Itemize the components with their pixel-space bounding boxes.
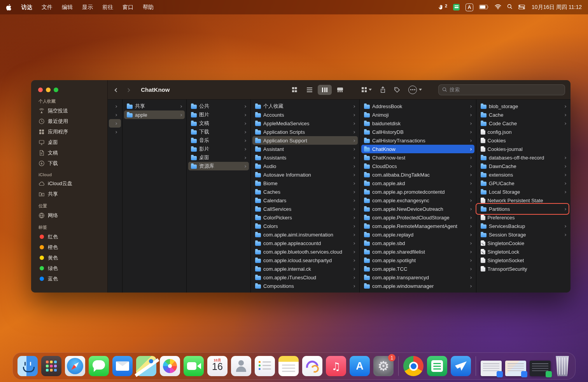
- freeform-icon[interactable]: [302, 356, 322, 376]
- file-row[interactable]: 公共: [188, 102, 249, 110]
- wifi-icon[interactable]: [495, 4, 501, 11]
- file-row[interactable]: CallHistoryTransactions: [361, 136, 474, 145]
- sidebar-item-icloud-drive[interactable]: iCloud云盘: [35, 178, 104, 189]
- file-row[interactable]: baidunetdisk: [361, 119, 474, 128]
- file-row[interactable]: SingletonLock: [478, 247, 569, 256]
- notes-icon[interactable]: [278, 356, 299, 376]
- file-row[interactable]: com.apple.ap.promotedcontentd: [361, 187, 474, 196]
- close-button[interactable]: [38, 88, 43, 92]
- maps-icon[interactable]: [136, 356, 156, 376]
- minimize-button[interactable]: [46, 88, 51, 92]
- file-row[interactable]: [109, 102, 121, 110]
- apple-logo-icon[interactable]: [6, 4, 11, 11]
- file-row[interactable]: SingletonCookie: [478, 239, 569, 247]
- file-row[interactable]: com.apple.icloud.searchpartyd: [252, 256, 358, 265]
- file-row[interactable]: blob_storage: [478, 102, 569, 110]
- sidebar-item-desktop[interactable]: 桌面: [35, 137, 104, 147]
- more-options-button[interactable]: [408, 86, 422, 94]
- file-row[interactable]: Assistant: [252, 145, 358, 153]
- menu-bar-clock[interactable]: 10月16日 周四 11:12: [532, 4, 582, 11]
- file-row[interactable]: Animoji: [361, 110, 474, 119]
- zoom-button[interactable]: [54, 88, 58, 92]
- file-row[interactable]: com.apple.akd: [361, 179, 474, 187]
- menu-item-view[interactable]: 显示: [82, 4, 93, 11]
- file-row[interactable]: Cache: [478, 110, 569, 119]
- share-button[interactable]: [380, 86, 386, 93]
- file-row[interactable]: com.apple.TCC: [361, 265, 474, 273]
- file-row[interactable]: com.apple.internal.ck: [252, 265, 358, 273]
- file-row[interactable]: TransportSecurity: [478, 265, 569, 273]
- file-row[interactable]: 资源库: [188, 162, 249, 170]
- battery-icon[interactable]: [479, 4, 489, 11]
- sidebar-item-network[interactable]: 网络: [35, 210, 104, 221]
- green-docs-app-icon[interactable]: [427, 356, 447, 376]
- file-row[interactable]: Calendars: [252, 196, 358, 205]
- file-row[interactable]: ChatKnow-test: [361, 153, 474, 162]
- file-row[interactable]: com.apple.sharedfilelist: [361, 247, 474, 256]
- file-row[interactable]: Cookies-journal: [478, 145, 569, 153]
- file-row[interactable]: Autosave Information: [252, 170, 358, 179]
- file-row[interactable]: apple: [124, 110, 185, 119]
- system-settings-icon[interactable]: 1: [373, 356, 394, 376]
- file-row[interactable]: ColorPickers: [252, 213, 358, 222]
- file-row[interactable]: Preferences: [478, 213, 569, 222]
- forward-button[interactable]: [127, 85, 131, 95]
- file-row[interactable]: Application Scripts: [252, 128, 358, 136]
- file-row[interactable]: extensions: [478, 170, 569, 179]
- file-row[interactable]: [109, 119, 121, 128]
- sidebar-item-airdrop[interactable]: 隔空投送: [35, 105, 104, 116]
- file-row[interactable]: com.apple.transparencyd: [361, 273, 474, 282]
- file-row[interactable]: Colors: [252, 222, 358, 230]
- file-row[interactable]: ServicesBackup: [478, 222, 569, 230]
- control-center-icon[interactable]: [518, 4, 525, 11]
- sidebar-item-tag-orange[interactable]: 橙色: [35, 242, 104, 252]
- input-method-indicator[interactable]: A: [466, 4, 473, 11]
- file-row[interactable]: DawnCache: [478, 162, 569, 170]
- minimized-window-thumbnail[interactable]: [505, 361, 526, 376]
- green-grid-app-icon[interactable]: [453, 4, 460, 11]
- file-row[interactable]: ChatKnow: [361, 145, 474, 153]
- blue-app-icon[interactable]: [451, 356, 471, 376]
- file-row[interactable]: 影片: [188, 145, 249, 153]
- sidebar-item-tag-red[interactable]: 红色: [35, 231, 104, 242]
- file-row[interactable]: SingletonSocket: [478, 256, 569, 265]
- file-row[interactable]: 下载: [188, 128, 249, 136]
- file-row[interactable]: CallHistoryDB: [361, 128, 474, 136]
- chrome-icon[interactable]: [403, 356, 424, 376]
- sidebar-item-downloads[interactable]: 下载: [35, 158, 104, 168]
- file-row[interactable]: Cookies: [478, 136, 569, 145]
- file-row[interactable]: com.apple.iTunesCloud: [252, 273, 358, 282]
- file-row[interactable]: 图片: [188, 110, 249, 119]
- sidebar-item-recents[interactable]: 最近使用: [35, 116, 104, 126]
- sidebar-item-tag-green[interactable]: 绿色: [35, 263, 104, 273]
- messages-icon[interactable]: [89, 356, 109, 376]
- safari-icon[interactable]: [65, 356, 85, 376]
- back-button[interactable]: [114, 85, 118, 95]
- hand-gesture-indicator-icon[interactable]: 2: [438, 4, 447, 10]
- search-input[interactable]: [450, 87, 561, 93]
- file-row[interactable]: Caches: [252, 187, 358, 196]
- sidebar-item-shared[interactable]: 共享: [35, 189, 104, 199]
- file-row[interactable]: [109, 128, 121, 136]
- file-row[interactable]: com.apple.sbd: [361, 239, 474, 247]
- file-row[interactable]: Network Persistent State: [478, 196, 569, 205]
- sidebar-item-applications[interactable]: 应用程序: [35, 126, 104, 137]
- search-field[interactable]: [438, 84, 565, 95]
- trash-icon[interactable]: [554, 356, 570, 376]
- file-row[interactable]: com.apple.replayd: [361, 230, 474, 239]
- file-row[interactable]: GPUCache: [478, 179, 569, 187]
- minimized-window-thumbnail[interactable]: [481, 361, 502, 376]
- menu-item-finder[interactable]: 访达: [21, 4, 32, 11]
- calendar-icon[interactable]: 10月 16: [207, 356, 228, 376]
- file-row[interactable]: [109, 110, 121, 119]
- file-row[interactable]: 桌面: [188, 153, 249, 162]
- view-list-button[interactable]: [303, 85, 317, 95]
- contacts-icon[interactable]: [231, 356, 251, 376]
- file-row[interactable]: Audio: [252, 162, 358, 170]
- file-row[interactable]: Assistants: [252, 153, 358, 162]
- photos-icon[interactable]: [160, 356, 180, 376]
- sidebar-item-tag-yellow[interactable]: 黄色: [35, 252, 104, 263]
- reminders-icon[interactable]: [255, 356, 275, 376]
- file-row[interactable]: AddressBook: [361, 102, 474, 110]
- file-row[interactable]: 文稿: [188, 119, 249, 128]
